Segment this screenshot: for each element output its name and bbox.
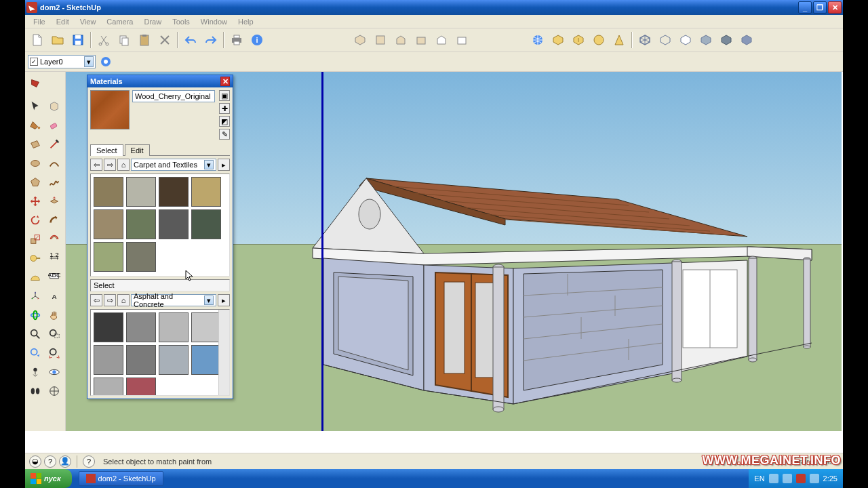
- chevron-down-icon[interactable]: ▾: [204, 160, 214, 169]
- right-view-icon[interactable]: [412, 30, 431, 49]
- wireframe-icon[interactable]: [656, 30, 675, 49]
- xray-icon[interactable]: [635, 30, 654, 49]
- info-icon[interactable]: i: [248, 30, 267, 49]
- eraser-icon[interactable]: [45, 117, 63, 134]
- menu-window[interactable]: Window: [195, 16, 233, 27]
- material-swatch[interactable]: [159, 177, 189, 207]
- material-swatch[interactable]: [159, 345, 189, 375]
- layer-dropdown[interactable]: Layer0 ▾: [28, 55, 96, 68]
- material-swatch[interactable]: [94, 378, 123, 396]
- top-view-icon[interactable]: [371, 30, 390, 49]
- tray-icon[interactable]: [810, 474, 819, 483]
- position-camera-icon[interactable]: [26, 363, 44, 381]
- shaded-icon[interactable]: [696, 30, 715, 49]
- taskbar-item-sketchup[interactable]: dom2 - SketchUp: [79, 471, 163, 486]
- new-file-icon[interactable]: [28, 30, 47, 49]
- nav-forward-icon[interactable]: ⇨: [104, 159, 116, 171]
- 3dtext-tool-icon[interactable]: A: [45, 287, 63, 305]
- tray-icon[interactable]: [796, 474, 806, 483]
- rotate-tool-icon[interactable]: [26, 211, 44, 229]
- material-swatch[interactable]: [94, 242, 123, 272]
- text-tool-icon[interactable]: ABC: [45, 268, 63, 286]
- maximize-button[interactable]: ❐: [813, 1, 827, 14]
- material-name-field[interactable]: Wood_Cherry_Original: [132, 90, 215, 102]
- materials-panel[interactable]: Materials ✕ Wood_Cherry_Original ▣ ✚ ◩ ✎…: [87, 75, 233, 399]
- delete-icon[interactable]: [155, 30, 174, 49]
- undo-icon[interactable]: [181, 30, 200, 49]
- open-file-icon[interactable]: [48, 30, 67, 49]
- tape-tool-icon[interactable]: [26, 249, 44, 267]
- iso-view-icon[interactable]: [351, 30, 370, 49]
- details-menu-icon[interactable]: ▸: [218, 159, 230, 171]
- material-swatch[interactable]: [126, 209, 156, 239]
- redo-icon[interactable]: [201, 30, 220, 49]
- scale-tool-icon[interactable]: [26, 230, 44, 248]
- material-swatch[interactable]: [159, 312, 189, 342]
- protractor-tool-icon[interactable]: [26, 268, 44, 286]
- tray-icon[interactable]: [783, 474, 792, 483]
- nav-home-icon[interactable]: ⌂: [117, 294, 130, 306]
- help-icon[interactable]: ?: [83, 455, 95, 468]
- move-tool-icon[interactable]: [26, 192, 44, 210]
- pushpull-tool-icon[interactable]: [45, 192, 63, 210]
- materials-panel-titlebar[interactable]: Materials ✕: [87, 75, 233, 87]
- layer-manager-icon[interactable]: [98, 54, 113, 69]
- arc-tool-icon[interactable]: [45, 155, 63, 172]
- nav-back-icon[interactable]: ⇦: [90, 159, 102, 171]
- claim-credit-icon[interactable]: 👤: [59, 455, 71, 468]
- chevron-down-icon[interactable]: ▾: [204, 296, 214, 305]
- sample-paint-icon[interactable]: ✎: [219, 129, 230, 140]
- menu-draw[interactable]: Draw: [138, 16, 167, 27]
- zoom-extents-icon[interactable]: [45, 344, 63, 362]
- material-swatch[interactable]: [191, 209, 221, 239]
- hidden-line-icon[interactable]: [676, 30, 695, 49]
- component-icon[interactable]: [45, 98, 63, 115]
- menu-camera[interactable]: Camera: [101, 16, 138, 27]
- nav-back-icon[interactable]: ⇦: [90, 294, 102, 306]
- monochrome-icon[interactable]: [737, 30, 756, 49]
- pan-tool-icon[interactable]: [45, 306, 63, 324]
- zoom-previous-icon[interactable]: [26, 344, 44, 362]
- warehouse-icon[interactable]: [549, 30, 568, 49]
- scrollbar[interactable]: [218, 310, 229, 395]
- share-icon[interactable]: [569, 30, 588, 49]
- material-preview[interactable]: [90, 90, 130, 129]
- menu-tools[interactable]: Tools: [167, 16, 195, 27]
- freehand-tool-icon[interactable]: [45, 174, 63, 191]
- credits-icon[interactable]: ?: [44, 455, 56, 468]
- clock[interactable]: 2:25: [823, 474, 837, 483]
- menu-view[interactable]: View: [75, 16, 102, 27]
- paint-bucket-icon[interactable]: [26, 117, 44, 134]
- offset-tool-icon[interactable]: [45, 230, 63, 248]
- material-swatch[interactable]: [94, 177, 123, 207]
- orbit-tool-icon[interactable]: [26, 306, 44, 324]
- details-menu-icon[interactable]: ▸: [218, 294, 230, 306]
- rectangle-tool-icon[interactable]: [26, 136, 44, 153]
- create-material-icon[interactable]: ✚: [219, 103, 230, 114]
- back-view-icon[interactable]: [432, 30, 451, 49]
- close-icon[interactable]: ✕: [220, 77, 230, 86]
- material-swatch[interactable]: [126, 378, 156, 396]
- earth-icon[interactable]: [589, 30, 608, 49]
- menu-help[interactable]: Help: [233, 16, 259, 27]
- section-plane-icon[interactable]: [45, 382, 63, 400]
- copy-icon[interactable]: [115, 30, 134, 49]
- tab-edit[interactable]: Edit: [125, 144, 150, 156]
- material-category-dropdown[interactable]: Carpet and Textiles ▾: [131, 159, 216, 171]
- material-swatch[interactable]: [126, 177, 156, 207]
- walk-tool-icon[interactable]: [26, 382, 44, 400]
- material-swatch[interactable]: [94, 209, 123, 239]
- material-swatch[interactable]: [126, 345, 156, 375]
- zoom-window-icon[interactable]: [45, 325, 63, 343]
- dimension-tool-icon[interactable]: 1.2: [45, 249, 63, 267]
- tab-select[interactable]: Select: [90, 144, 123, 156]
- material-swatch[interactable]: [94, 345, 123, 375]
- geo-icon[interactable]: [610, 30, 629, 49]
- line-tool-icon[interactable]: [45, 136, 63, 153]
- material-swatch[interactable]: [191, 345, 221, 375]
- save-icon[interactable]: [68, 30, 87, 49]
- followme-tool-icon[interactable]: [45, 211, 63, 229]
- material-swatch[interactable]: [94, 312, 123, 342]
- set-default-icon[interactable]: ◩: [219, 116, 230, 127]
- tray-icon[interactable]: [769, 474, 778, 483]
